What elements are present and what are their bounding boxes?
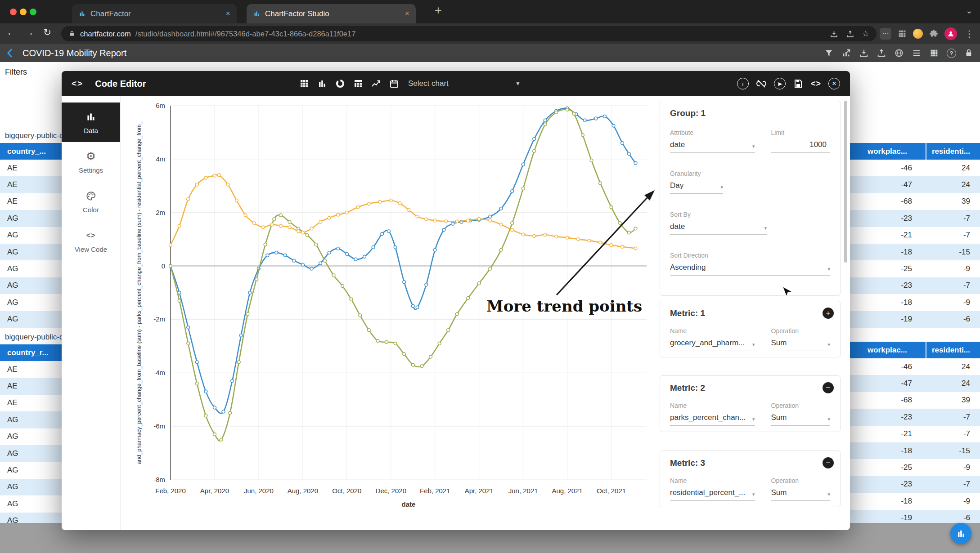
forward-button[interactable]: → [22,27,37,38]
table-row[interactable]: -23-7 [850,476,980,493]
tab-chartfactor[interactable]: ChartFactor × [72,4,237,23]
view-code-icon[interactable]: <> [811,79,821,89]
install-app-icon[interactable] [830,30,838,38]
extension-grid-icon[interactable] [897,29,907,39]
zoom-window-button[interactable] [30,9,36,15]
chart-fab-button[interactable] [950,523,971,544]
table-row[interactable]: AG [0,294,62,311]
lock-icon[interactable] [964,48,974,58]
table-row[interactable]: AG [0,311,62,328]
attribute-select[interactable]: date ▾ [670,140,755,153]
table-row[interactable]: -23-7 [850,409,980,425]
column-header[interactable]: country_... [0,143,62,160]
minimize-window-button[interactable] [20,9,27,15]
filter-icon[interactable] [824,48,834,58]
table-row[interactable]: AG [0,495,62,512]
metric-name-select[interactable]: parks_percent_chan...▾ [670,413,755,426]
address-bar[interactable]: chartfactor.com/studio/dashboard.html#/9… [61,26,877,41]
site-info-icon[interactable] [68,30,76,37]
granularity-select[interactable]: Day ▾ [670,181,723,194]
table-row[interactable]: -18-15 [850,442,980,459]
remove-metric-button[interactable]: − [823,457,834,468]
metric-operation-select[interactable]: Sum▾ [771,488,831,501]
table-row[interactable]: AE [0,193,62,210]
table-row[interactable]: AE [0,395,62,411]
browser-menu-icon[interactable]: ⋮ [965,28,974,39]
nav-item-color[interactable]: Color [62,182,120,221]
export-chart-icon[interactable] [841,48,851,58]
add-metric-button[interactable]: + [823,308,834,319]
limit-input[interactable]: 1000 [771,140,831,153]
scrollbar[interactable] [844,101,847,263]
table-row[interactable]: AG [0,244,62,260]
remove-metric-button[interactable]: − [823,382,834,393]
table-row[interactable]: -25-9 [850,459,980,476]
nav-item-settings[interactable]: ⚙ Settings [62,142,120,182]
calendar-icon[interactable] [389,78,400,89]
extension-colored-icon[interactable] [913,29,923,39]
table-row[interactable]: AG [0,462,62,478]
metric-name-select[interactable]: grocery_and_pharm...▾ [670,339,755,351]
table-row[interactable]: -18-9 [850,493,980,509]
table-row[interactable]: AE [0,378,62,394]
table-row[interactable]: AG [0,479,62,495]
info-icon[interactable]: i [737,78,749,89]
trend-chart-icon[interactable] [371,78,382,89]
list-icon[interactable] [912,48,922,58]
table-row[interactable]: -6839 [850,193,980,210]
series-grocery-and-pharm-sum-[interactable] [169,107,637,414]
column-header[interactable]: workplac... [850,346,926,355]
table-row[interactable]: -4724 [850,176,980,193]
table-chart-icon[interactable] [299,78,310,89]
table-row[interactable]: AE [0,361,62,378]
column-header-row[interactable]: workplac...residenti... [850,342,980,358]
metric-operation-select[interactable]: Sum▾ [771,339,831,351]
table-row[interactable]: AG [0,260,62,277]
close-icon[interactable]: × [828,78,840,89]
table-row[interactable]: -6839 [850,392,980,409]
back-chevron-icon[interactable] [4,46,17,60]
close-window-button[interactable] [10,9,17,15]
back-button[interactable]: ← [4,27,19,38]
table-row[interactable]: -18-9 [850,294,980,311]
table-row[interactable]: -25-9 [850,260,980,277]
table-row[interactable]: AE [0,160,62,176]
download-icon[interactable] [859,48,869,58]
help-icon[interactable]: ? [947,49,956,58]
profile-avatar[interactable] [944,27,957,40]
metric-operation-select[interactable]: Sum▾ [771,413,831,426]
table-row[interactable]: AG [0,445,62,462]
table-row[interactable]: AG [0,277,62,294]
save-icon[interactable] [793,78,804,89]
link-off-icon[interactable] [756,78,767,89]
table-row[interactable]: AG [0,227,62,244]
column-header[interactable]: residenti... [926,342,980,358]
series-residential-percent-sum-[interactable] [169,174,637,250]
table-row[interactable]: -4724 [850,375,980,392]
table-row[interactable]: -23-7 [850,210,980,227]
column-header[interactable]: residenti... [926,143,980,160]
table-row[interactable]: AE [0,176,62,193]
reload-button[interactable]: ↻ [40,27,55,38]
table-row[interactable]: -21-7 [850,426,980,442]
tab-chartfactor-studio[interactable]: ChartFactor Studio × [247,4,416,23]
table-row[interactable]: -4624 [850,160,980,176]
run-icon[interactable]: ▶ [774,78,786,89]
table-row[interactable]: AG [0,411,62,428]
tab-search-icon[interactable]: ⌄ [966,5,973,16]
new-tab-button[interactable]: + [435,4,442,18]
table-row[interactable]: -21-7 [850,227,980,244]
extensions-puzzle-icon[interactable] [929,29,939,39]
share-icon[interactable] [846,30,854,38]
table-row[interactable]: -19-6 [850,311,980,328]
metric-name-select[interactable]: residential_percent_...▾ [670,488,755,501]
donut-chart-icon[interactable] [335,78,346,89]
column-header[interactable]: country_r... [0,344,62,361]
table-row[interactable]: AG [0,428,62,445]
bookmark-star-icon[interactable]: ☆ [862,29,869,39]
grid-icon[interactable] [929,48,939,58]
column-header-row[interactable]: workplac...residenti... [850,143,980,160]
sort-by-select[interactable]: date ▾ [670,222,767,235]
table-row[interactable]: -23-7 [850,277,980,294]
table-row[interactable]: AG [0,210,62,227]
